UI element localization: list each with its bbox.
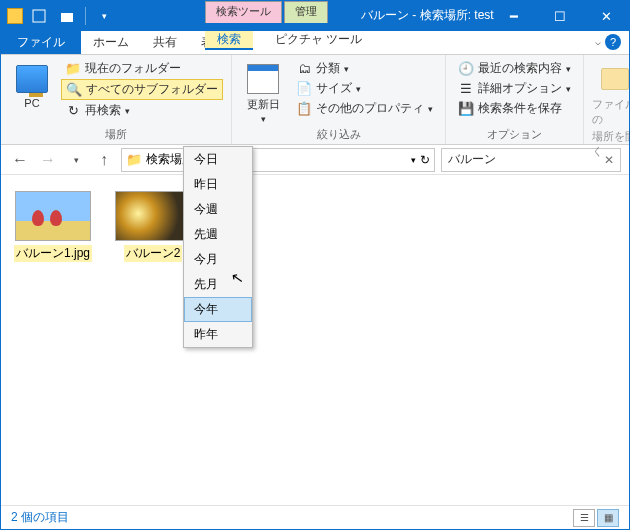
file-item[interactable]: バルーン2 [113,191,193,262]
date-modified-label: 更新日 [247,97,280,112]
kind-button[interactable]: 🗂分類 ▾ [292,59,437,78]
group-label-refine: 絞り込み [240,126,437,142]
ribbon-tabs: ファイル ホーム 共有 表示 検索 ピクチャ ツール ⌵ ? [1,31,629,55]
pc-icon [16,65,48,93]
subfolders-icon: 🔍 [66,82,82,98]
kind-icon: 🗂 [296,61,312,77]
back-button[interactable]: ← [9,149,31,171]
folder-open-icon [601,68,629,90]
qa-properties[interactable] [27,5,51,27]
group-label-location: 場所 [9,126,223,142]
status-bar: 2 個の項目 ☰ ▦ [1,505,629,529]
chevron-down-icon: ▾ [566,64,571,74]
minimize-ribbon-icon[interactable]: ⌵ [595,36,601,47]
options-icon: ☰ [458,81,474,97]
other-properties-button[interactable]: 📋その他のプロパティ ▾ [292,99,437,118]
date-modified-dropdown: 今日 昨日 今週 先週 今月 先月 今年 昨年 [183,146,253,348]
chevron-down-icon: ▾ [356,84,361,94]
view-switcher: ☰ ▦ [573,509,619,527]
window-controls: ━ ☐ ✕ [491,1,629,31]
ribbon: PC 📁現在のフォルダー 🔍すべてのサブフォルダー ↻再検索 ▾ 場所 更新日 … [1,55,629,145]
size-label: サイズ [316,80,352,97]
tab-home[interactable]: ホーム [81,31,141,54]
context-tabs: 検索ツール 管理 [205,1,330,23]
chevron-down-icon: ▾ [428,104,433,114]
ribbon-group-open-location: ファイルの 場所を開く [584,55,630,144]
advanced-label: 詳細オプション [478,80,562,97]
qa-separator [85,7,86,25]
recent-label: 最近の検索内容 [478,60,562,77]
thumbnail-icon [115,191,191,241]
refresh-icon: ↻ [65,103,81,119]
address-bar-row: ← → ▾ ↑ 📁 検索場所 ▾ ↻ バルーン ✕ [1,145,629,175]
content-area: バルーン1.jpg バルーン2 [1,175,629,505]
tab-share[interactable]: 共有 [141,31,189,54]
ribbon-group-options: 🕘最近の検索内容 ▾ ☰詳細オプション ▾ 💾検索条件を保存 オプション [446,55,584,144]
search-again-button[interactable]: ↻再検索 ▾ [61,101,223,120]
folder-icon [7,8,23,24]
refresh-button[interactable]: ↻ [420,153,430,167]
window-title: バルーン - 検索場所: test [361,7,494,24]
titlebar: ▾ 検索ツール 管理 バルーン - 検索場所: test ━ ☐ ✕ [1,1,629,31]
ribbon-group-refine: 更新日 ▾ 🗂分類 ▾ 📄サイズ ▾ 📋その他のプロパティ ▾ 絞り込み [232,55,446,144]
tab-file[interactable]: ファイル [1,31,81,54]
recent-icon: 🕘 [458,61,474,77]
thumbnails-view-button[interactable]: ▦ [597,509,619,527]
quick-access-toolbar: ▾ [1,5,116,27]
recent-searches-button[interactable]: 🕘最近の検索内容 ▾ [454,59,575,78]
minimize-button[interactable]: ━ [491,1,537,31]
this-pc-button[interactable]: PC [9,59,55,126]
details-view-button[interactable]: ☰ [573,509,595,527]
address-bar[interactable]: 📁 検索場所 ▾ ↻ [121,148,435,172]
size-button[interactable]: 📄サイズ ▾ [292,79,437,98]
chevron-down-icon: ▾ [125,106,130,116]
current-folder-label: 現在のフォルダー [85,60,181,77]
save-search-button[interactable]: 💾検索条件を保存 [454,99,575,118]
kind-label: 分類 [316,60,340,77]
props-icon: 📋 [296,101,312,117]
open-loc-label1: ファイルの [592,97,630,127]
svg-rect-1 [61,13,73,22]
save-icon: 💾 [458,101,474,117]
advanced-options-button[interactable]: ☰詳細オプション ▾ [454,79,575,98]
dropdown-item-today[interactable]: 今日 [184,147,252,172]
file-name: バルーン1.jpg [14,245,92,262]
chevron-down-icon: ▾ [566,84,571,94]
date-modified-button[interactable]: 更新日 ▾ [240,59,286,126]
chevron-down-icon: ▾ [344,64,349,74]
qa-new-folder[interactable] [55,5,79,27]
chevron-down-icon: ▾ [261,114,266,124]
save-label: 検索条件を保存 [478,100,562,117]
svg-rect-0 [33,10,45,22]
other-props-label: その他のプロパティ [316,100,424,117]
help-icon[interactable]: ? [605,34,621,50]
tab-search[interactable]: 検索 [205,31,253,50]
chevron-down-icon[interactable]: ▾ [411,155,416,165]
close-button[interactable]: ✕ [583,1,629,31]
dropdown-item-this-year[interactable]: 今年 [184,297,252,322]
qa-customize[interactable]: ▾ [92,5,116,27]
search-term: バルーン [448,151,496,168]
explorer-window: ▾ 検索ツール 管理 バルーン - 検索場所: test ━ ☐ ✕ ファイル … [0,0,630,530]
all-subfolders-button[interactable]: 🔍すべてのサブフォルダー [61,79,223,100]
search-again-label: 再検索 [85,102,121,119]
dropdown-item-last-week[interactable]: 先週 [184,222,252,247]
folder-icon: 📁 [65,61,81,77]
open-file-location-button[interactable]: ファイルの 場所を開く [592,59,630,159]
file-name: バルーン2 [124,245,183,262]
current-folder-button[interactable]: 📁現在のフォルダー [61,59,223,78]
folder-icon: 📁 [126,152,142,168]
group-label-options: オプション [454,126,575,142]
dropdown-item-last-year[interactable]: 昨年 [184,322,252,347]
dropdown-item-this-week[interactable]: 今週 [184,197,252,222]
maximize-button[interactable]: ☐ [537,1,583,31]
context-tab-manage[interactable]: 管理 [284,1,328,23]
file-item[interactable]: バルーン1.jpg [13,191,93,262]
history-button[interactable]: ▾ [65,149,87,171]
tab-picture-tools[interactable]: ピクチャ ツール [263,31,374,48]
dropdown-item-yesterday[interactable]: 昨日 [184,172,252,197]
up-button[interactable]: ↑ [93,149,115,171]
context-tab-search-tools[interactable]: 検索ツール [205,1,282,23]
item-count: 2 個の項目 [11,509,69,526]
forward-button[interactable]: → [37,149,59,171]
